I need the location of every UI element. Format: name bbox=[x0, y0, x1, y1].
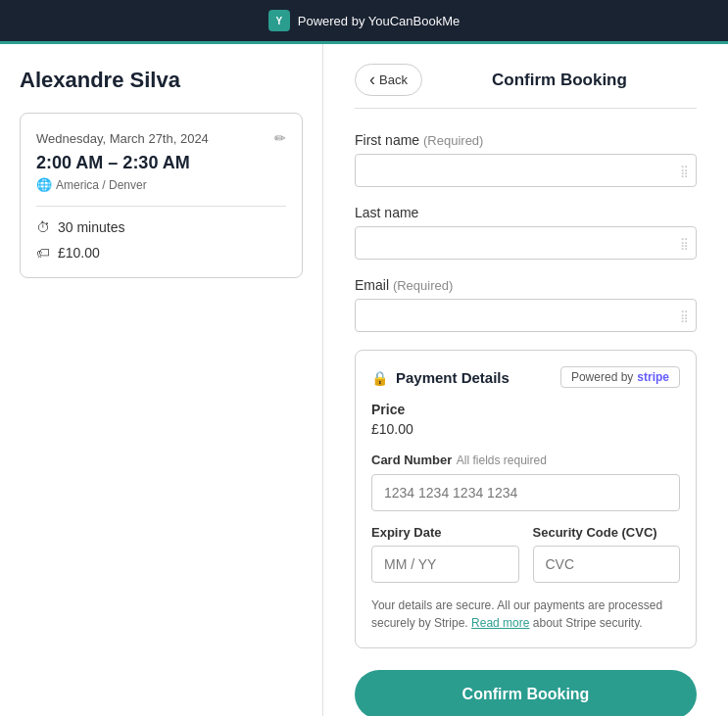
payment-header: Payment Details Powered by stripe bbox=[371, 366, 680, 388]
clock-icon bbox=[36, 218, 50, 236]
stripe-name: stripe bbox=[637, 370, 669, 384]
email-group: Email (Required) bbox=[355, 277, 697, 332]
booking-meta: 30 minutes £10.00 bbox=[36, 218, 286, 262]
read-more-link[interactable]: Read more bbox=[471, 616, 529, 630]
sidebar: Alexandre Silva Wednesday, March 27th, 2… bbox=[0, 44, 323, 716]
autofill-icon-2 bbox=[680, 235, 689, 251]
booking-date-row: Wednesday, March 27th, 2024 bbox=[36, 129, 286, 147]
edit-icon[interactable] bbox=[274, 129, 286, 147]
expiry-field: Expiry Date bbox=[371, 525, 519, 583]
back-button[interactable]: Back bbox=[355, 64, 422, 96]
email-wrapper bbox=[355, 299, 697, 332]
panel-header: Back Confirm Booking bbox=[355, 64, 697, 109]
price-label: Price bbox=[371, 402, 680, 417]
first-name-group: First name (Required) bbox=[355, 132, 697, 187]
security-text: Your details are secure. All our payment… bbox=[371, 597, 680, 632]
globe-icon bbox=[36, 177, 52, 192]
booking-time: 2:00 AM – 2:30 AM bbox=[36, 153, 286, 173]
logo-icon: Y bbox=[268, 10, 290, 31]
back-button-label: Back bbox=[379, 72, 408, 87]
booking-timezone: America / Denver bbox=[36, 177, 286, 192]
cvc-input-wrap bbox=[533, 546, 681, 583]
last-name-label: Last name bbox=[355, 205, 697, 220]
last-name-group: Last name bbox=[355, 205, 697, 260]
back-arrow-icon bbox=[369, 70, 375, 90]
card-number-input[interactable] bbox=[371, 474, 680, 511]
tag-icon bbox=[36, 244, 50, 262]
first-name-label: First name (Required) bbox=[355, 132, 697, 148]
main-layout: Alexandre Silva Wednesday, March 27th, 2… bbox=[0, 44, 728, 716]
right-panel: Back Confirm Booking First name (Require… bbox=[323, 44, 728, 716]
autofill-icon bbox=[680, 163, 689, 178]
lock-icon bbox=[371, 369, 388, 386]
booking-card: Wednesday, March 27th, 2024 2:00 AM – 2:… bbox=[20, 113, 303, 278]
stripe-badge: Powered by stripe bbox=[560, 366, 680, 388]
payment-title: Payment Details bbox=[371, 369, 510, 386]
panel-title: Confirm Booking bbox=[492, 71, 627, 89]
powered-by-text: Powered by YouCanBookMe bbox=[298, 14, 461, 28]
price-value: £10.00 bbox=[371, 421, 680, 437]
first-name-input[interactable] bbox=[355, 154, 697, 187]
confirm-booking-button[interactable]: Confirm Booking bbox=[355, 670, 697, 716]
duration-text: 30 minutes bbox=[58, 219, 124, 235]
cvc-label: Security Code (CVC) bbox=[533, 525, 681, 540]
cvc-input[interactable] bbox=[533, 546, 681, 583]
booking-date: Wednesday, March 27th, 2024 bbox=[36, 131, 209, 146]
expiry-input-wrap bbox=[371, 546, 519, 583]
card-number-label-row: Card Number All fields required bbox=[371, 451, 680, 468]
expiry-input[interactable] bbox=[371, 546, 519, 583]
top-bar: Y Powered by YouCanBookMe bbox=[0, 0, 728, 44]
last-name-wrapper bbox=[355, 226, 697, 260]
price-text: £10.00 bbox=[58, 245, 100, 261]
autofill-icon-3 bbox=[680, 308, 689, 323]
expiry-label: Expiry Date bbox=[371, 525, 519, 540]
email-input[interactable] bbox=[355, 299, 697, 332]
card-row: Expiry Date Security Code (CVC) bbox=[371, 525, 680, 583]
duration-item: 30 minutes bbox=[36, 218, 286, 236]
first-name-wrapper bbox=[355, 154, 697, 187]
price-item: £10.00 bbox=[36, 244, 286, 262]
person-name: Alexandre Silva bbox=[20, 68, 303, 93]
email-label: Email (Required) bbox=[355, 277, 697, 293]
last-name-input[interactable] bbox=[355, 226, 697, 260]
cvc-field: Security Code (CVC) bbox=[533, 525, 681, 583]
payment-section: Payment Details Powered by stripe Price … bbox=[355, 350, 697, 648]
divider bbox=[36, 206, 286, 207]
